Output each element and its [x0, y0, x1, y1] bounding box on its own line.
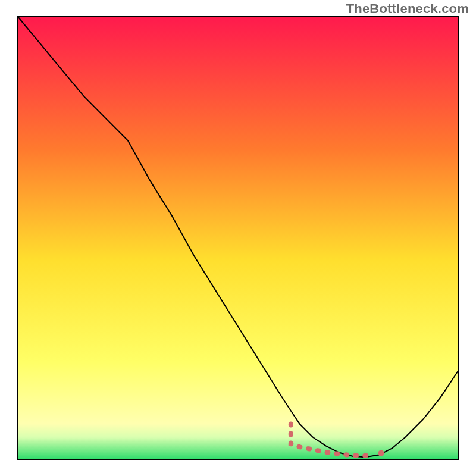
- gradient-background: [18, 17, 458, 459]
- bottleneck-chart: [0, 0, 476, 476]
- watermark-text: TheBottleneck.com: [346, 1, 469, 17]
- chart-container: { "watermark": "TheBottleneck.com", "col…: [0, 0, 476, 476]
- plot-area: [18, 17, 458, 459]
- highlight-dot: [378, 450, 384, 456]
